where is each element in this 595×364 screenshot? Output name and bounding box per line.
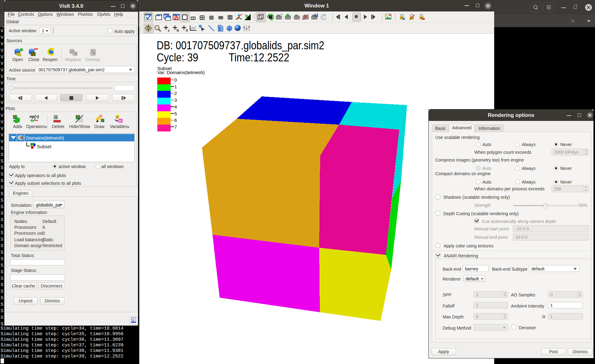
svg-text:): ) [38, 114, 39, 119]
svg-text:i: i [132, 317, 134, 322]
svg-text:N: N [177, 29, 179, 32]
svg-text:u: u [116, 115, 119, 119]
svg-text:op(: op( [29, 114, 36, 119]
svg-text:z: z [168, 29, 170, 32]
svg-text:S: S [186, 29, 188, 32]
